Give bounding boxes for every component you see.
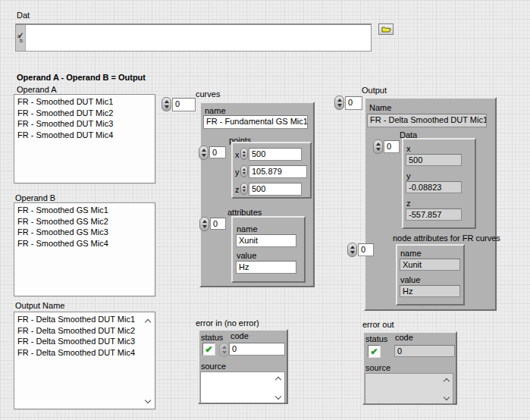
error-in-status-label: status (201, 333, 223, 342)
decrement-icon[interactable] (350, 251, 355, 254)
decrement-icon[interactable] (376, 148, 381, 151)
increment-icon[interactable] (337, 99, 342, 102)
output-label: Output (362, 86, 387, 95)
increment-icon[interactable] (202, 220, 207, 223)
checkmark-icon: ✔ (205, 345, 212, 354)
decrement-icon[interactable] (243, 190, 246, 192)
labview-front-panel: Dat ab Operand A - Operand B = Output Op… (0, 0, 530, 420)
increment-icon[interactable] (350, 246, 355, 249)
list-item[interactable]: FR - Smoothed GS Mic3 (17, 227, 155, 238)
list-item[interactable]: FR - Delta Smoothed DUT Mic4 (17, 347, 155, 359)
checkmark-icon: ✔ (370, 347, 378, 356)
point-z-field[interactable]: 500 (249, 183, 302, 196)
folder-open-icon (381, 26, 391, 33)
y-spinner[interactable] (240, 165, 248, 177)
increment-icon[interactable] (202, 149, 206, 152)
error-in-code-field[interactable]: 0 (229, 343, 285, 356)
operand-a-listbox[interactable]: FR - Smoothed DUT Mic1 FR - Smoothed DUT… (14, 94, 155, 183)
data-x-label: x (406, 144, 411, 153)
error-out-status-indicator: ✔ (368, 345, 381, 358)
node-attributes-index-spinner[interactable] (347, 243, 357, 257)
decrement-icon[interactable] (243, 172, 246, 174)
z-spinner[interactable] (240, 183, 248, 195)
point-y-label: y (235, 168, 240, 177)
output-name-field-label: Name (369, 103, 391, 112)
error-in-code-spinner[interactable] (219, 343, 229, 357)
decrement-icon[interactable] (165, 105, 169, 108)
point-x-label: x (235, 150, 240, 159)
browse-button[interactable] (378, 24, 394, 35)
increment-icon[interactable] (243, 186, 246, 188)
output-index-spinner[interactable] (334, 96, 344, 110)
scroll-down-icon[interactable] (275, 393, 282, 400)
error-in-status-button[interactable]: ✔ (202, 343, 215, 356)
list-item[interactable]: FR - Smoothed GS Mic2 (17, 216, 155, 227)
list-item[interactable]: FR - Smoothed DUT Mic3 (17, 118, 155, 130)
decrement-icon[interactable] (222, 351, 227, 354)
list-item[interactable]: FR - Smoothed DUT Mic2 (17, 108, 155, 119)
attribute-value-field[interactable]: Hz (236, 261, 296, 274)
points-index-spinner[interactable] (199, 146, 209, 160)
node-attributes-label: node attributes for FR curves (393, 234, 500, 243)
output-curve-name-field: FR - Delta Smoothed DUT Mic1 (367, 114, 487, 127)
operand-b-label: Operand B (15, 193, 55, 202)
x-spinner[interactable] (240, 148, 248, 160)
increment-icon[interactable] (165, 100, 169, 103)
scroll-down-icon[interactable] (145, 397, 152, 403)
curves-index-field[interactable]: 0 (172, 98, 196, 111)
path-symbol-icon: ab (17, 33, 24, 44)
curves-label: curves (196, 89, 220, 99)
data-index-spinner[interactable] (373, 139, 383, 154)
data-x-field: 500 (406, 154, 462, 166)
node-attribute-value-label: value (400, 275, 420, 284)
error-out-source-label: source (365, 363, 390, 372)
scroll-up-icon[interactable] (275, 375, 282, 381)
curve-name-field[interactable]: FR - Fundamental GS Mic1 (203, 115, 308, 129)
attributes-index-field[interactable]: 0 (210, 218, 226, 230)
attributes-index-spinner[interactable] (199, 217, 209, 231)
curves-index-spinner[interactable] (162, 97, 171, 111)
error-in-label: error in (no error) (196, 318, 259, 328)
output-name-listbox[interactable]: FR - Delta Smoothed DUT Mic1 FR - Delta … (14, 312, 155, 409)
curve-name-label: name (205, 106, 226, 115)
list-item[interactable]: FR - Smoothed DUT Mic4 (17, 130, 155, 141)
data-index-field[interactable]: 0 (384, 140, 400, 153)
list-item[interactable]: FR - Delta Smoothed DUT Mic3 (17, 336, 155, 347)
error-in-code-label: code (231, 331, 249, 340)
error-in-source-field[interactable] (200, 371, 285, 403)
attribute-name-field[interactable]: Xunit (236, 234, 296, 247)
node-attribute-value-field: Hz (400, 285, 460, 297)
increment-icon[interactable] (376, 143, 381, 146)
list-item[interactable]: FR - Delta Smoothed DUT Mic1 (17, 314, 155, 325)
increment-icon[interactable] (243, 168, 246, 171)
error-out-source-field (365, 373, 453, 404)
error-out-code-field: 0 (394, 345, 455, 357)
error-out-code-label: code (395, 333, 413, 342)
decrement-icon[interactable] (337, 104, 342, 107)
decrement-icon[interactable] (202, 225, 207, 228)
node-attribute-name-label: name (400, 249, 422, 258)
points-index-field[interactable]: 0 (209, 146, 226, 158)
path-type-strip: ab (16, 25, 26, 51)
point-y-field[interactable]: 105.879 (249, 165, 307, 178)
output-index-field[interactable]: 0 (345, 96, 362, 110)
point-z-label: z (235, 185, 240, 194)
list-item[interactable]: FR - Delta Smoothed DUT Mic2 (17, 325, 155, 337)
scroll-up-icon[interactable] (145, 318, 152, 324)
increment-icon[interactable] (222, 346, 227, 349)
increment-icon[interactable] (243, 151, 246, 153)
list-item[interactable]: FR - Smoothed GS Mic1 (17, 205, 155, 216)
decrement-icon[interactable] (243, 155, 246, 157)
point-x-field[interactable]: 500 (249, 148, 302, 161)
path-input[interactable]: ab (15, 24, 372, 52)
data-z-label: z (406, 199, 411, 208)
operand-b-listbox[interactable]: FR - Smoothed GS Mic1 FR - Smoothed GS M… (14, 202, 155, 296)
path-control-label: Dat (17, 11, 30, 20)
scroll-down-icon[interactable] (444, 394, 450, 400)
node-attributes-index-field[interactable]: 0 (358, 243, 374, 256)
decrement-icon[interactable] (202, 154, 206, 157)
attribute-name-label: name (237, 224, 258, 234)
list-item[interactable]: FR - Smoothed GS Mic4 (17, 238, 155, 249)
list-item[interactable]: FR - Smoothed DUT Mic1 (17, 96, 155, 108)
scroll-up-icon[interactable] (444, 377, 450, 383)
